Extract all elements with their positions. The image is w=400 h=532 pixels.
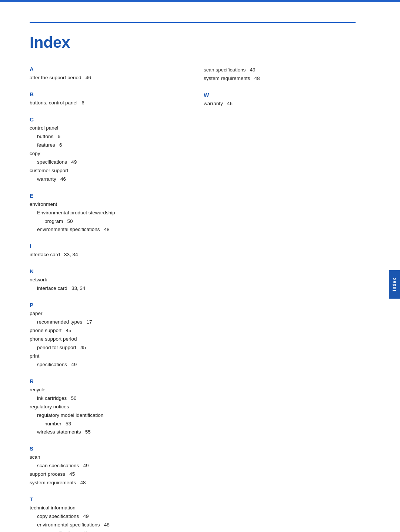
letter-s: S: [30, 445, 181, 452]
section-e: E environment Environmental product stew…: [30, 193, 181, 234]
page-content: Index A after the support period 46 B bu…: [0, 0, 385, 532]
letter-c: C: [30, 116, 181, 123]
entry-control-panel: control panel buttons 6 features 6 copy …: [30, 124, 181, 184]
entry-network: network interface card 33, 34: [30, 276, 181, 293]
section-n: N network interface card 33, 34: [30, 268, 181, 293]
right-column: scan specifications 49 system requiremen…: [204, 66, 356, 532]
section-w: W warranty 46: [204, 92, 356, 108]
entry-warranty: warranty 46: [204, 100, 356, 108]
letter-b: B: [30, 91, 181, 97]
letter-i: I: [30, 243, 181, 249]
letter-e: E: [30, 193, 181, 199]
entry-environment: environment Environmental product stewar…: [30, 200, 181, 234]
index-columns: A after the support period 46 B buttons,…: [30, 66, 356, 532]
letter-w: W: [204, 92, 356, 98]
entry-paper: paper recommended types 17 phone support…: [30, 310, 181, 369]
entry-scan: scan scan specifications 49 support proc…: [30, 453, 181, 487]
top-divider: [30, 22, 356, 23]
entry-buttons: buttons, control panel 6: [30, 99, 181, 107]
letter-t: T: [30, 496, 181, 502]
side-tab: Index: [389, 270, 400, 298]
letter-p: P: [30, 302, 181, 308]
section-i: I interface card 33, 34: [30, 243, 181, 259]
letter-n: N: [30, 268, 181, 274]
side-tab-label: Index: [392, 278, 397, 291]
page-title: Index: [30, 34, 356, 51]
section-r: R recycle ink cartridges 50 regulatory n…: [30, 378, 181, 437]
entry-interface-card: interface card 33, 34: [30, 251, 181, 259]
section-t: T technical information copy specificati…: [30, 496, 181, 532]
section-a: A after the support period 46: [30, 66, 181, 82]
letter-a: A: [30, 66, 181, 72]
left-column: A after the support period 46 B buttons,…: [30, 66, 181, 532]
section-b: B buttons, control panel 6: [30, 91, 181, 107]
entry-technical: technical information copy specification…: [30, 504, 181, 532]
top-border: [0, 0, 400, 2]
section-s: S scan scan specifications 49 support pr…: [30, 445, 181, 487]
section-s-continued: scan specifications 49 system requiremen…: [204, 66, 356, 83]
entry-recycle: recycle ink cartridges 50 regulatory not…: [30, 386, 181, 437]
section-p: P paper recommended types 17 phone suppo…: [30, 302, 181, 369]
entry-after-support: after the support period 46: [30, 74, 181, 82]
section-c: C control panel buttons 6 features 6 cop…: [30, 116, 181, 184]
letter-r: R: [30, 378, 181, 384]
entry-scan-specs-continued: scan specifications 49 system requiremen…: [204, 66, 356, 83]
